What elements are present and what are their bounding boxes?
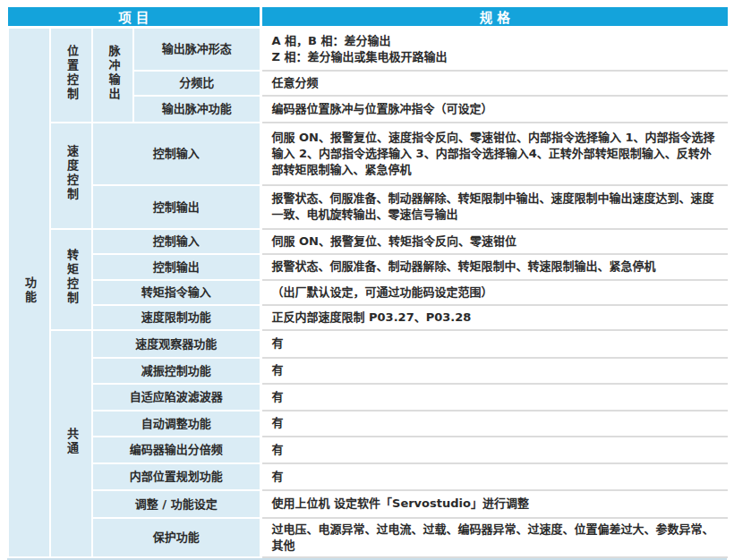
group-label-common-text: 共通 [64, 428, 78, 456]
item-spec: 有 [260, 411, 728, 437]
item-spec: 有 [260, 384, 728, 411]
group-label-torque-control-text: 转矩控制 [64, 249, 78, 306]
group-label-position-control-text: 位置控制 [64, 45, 78, 102]
item-label: 控制输出 [92, 254, 260, 280]
group-label-speed-control-text: 速度控制 [64, 145, 78, 202]
subgroup-label-pulse-output: 脉冲输出 [92, 28, 133, 123]
item-label: 分频比 [133, 71, 260, 96]
group-label-common: 共通 [50, 330, 92, 557]
item-spec: 编码器位置脉冲与位置脉冲指令（可设定） [260, 96, 728, 123]
item-label: 内部位置规划功能 [92, 463, 260, 490]
group-label-function-text: 功能 [22, 276, 36, 305]
item-label: 控制输入 [92, 123, 260, 185]
item-label: 保护功能 [92, 518, 260, 557]
item-label: 速度观察器功能 [92, 330, 260, 358]
item-label: 减振控制功能 [92, 358, 260, 384]
column-header-item: 项 目 [8, 7, 260, 28]
item-label: 速度限制功能 [92, 305, 260, 330]
spec-table: 项 目 规 格 功能 位置控制 脉冲输出 输出脉冲形态 A 相，B 相：差分输出… [7, 7, 728, 558]
item-spec: 有 [260, 463, 728, 490]
group-label-torque-control: 转矩控制 [50, 229, 92, 330]
item-spec: 有 [260, 437, 728, 463]
item-label: 自动调整功能 [92, 411, 260, 437]
item-spec: 正反内部速度限制 P03.27、P03.28 [260, 305, 728, 330]
item-label: 转矩指令输入 [92, 280, 260, 305]
item-label: 编码器输出分倍频 [92, 437, 260, 463]
item-spec: 有 [260, 330, 728, 358]
item-label: 控制输入 [92, 229, 260, 254]
item-spec: 有 [260, 358, 728, 384]
page: 项 目 规 格 功能 位置控制 脉冲输出 输出脉冲形态 A 相，B 相：差分输出… [0, 0, 734, 560]
item-spec: A 相，B 相：差分输出 Z 相：差分输出或集电极开路输出 [260, 28, 728, 71]
column-header-spec: 规 格 [260, 7, 728, 28]
item-spec: 报警状态、伺服准备、制动器解除、转矩限制中、转速限制输出、紧急停机 [260, 254, 728, 280]
item-spec: 伺服 ON、报警复位、转矩指令反向、零速钳位 [260, 229, 728, 254]
item-label: 控制输出 [92, 185, 260, 229]
subgroup-label-pulse-output-text: 脉冲输出 [107, 45, 120, 102]
item-spec: 伺服 ON、报警复位、速度指令反向、零速钳位、内部指令选择输入 1、内部指令选择… [260, 123, 728, 185]
item-label: 输出脉冲形态 [133, 28, 260, 71]
group-label-position-control: 位置控制 [50, 28, 92, 123]
item-spec: 报警状态、伺服准备、制动器解除、转矩限制中输出、速度限制中输出速度达到、速度一致… [260, 185, 728, 229]
item-spec: 任意分频 [260, 71, 728, 96]
group-label-speed-control: 速度控制 [50, 123, 92, 229]
item-label: 自适应陷波滤波器 [92, 384, 260, 411]
item-spec: 使用上位机 设定软件「Servostudio」进行调整 [260, 490, 728, 518]
item-label: 调整 / 功能设定 [92, 490, 260, 518]
group-label-function: 功能 [8, 28, 50, 557]
item-spec: 过电压、电源异常、过电流、过载、编码器异常、过速度、位置偏差过大、参数异常、其他 [260, 518, 728, 557]
item-label: 输出脉冲功能 [133, 96, 260, 123]
item-spec: （出厂默认设定，可通过功能码设定范围） [260, 280, 728, 305]
